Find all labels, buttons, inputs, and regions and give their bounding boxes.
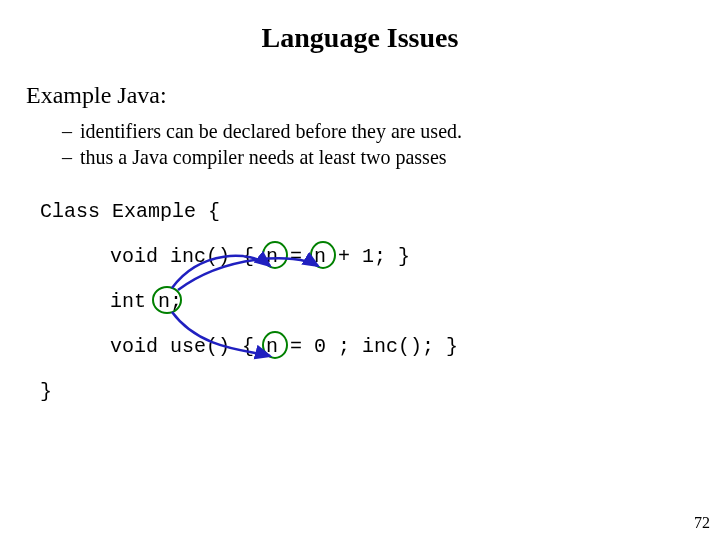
bullet-item: –thus a Java compiler needs at least two… — [62, 144, 462, 170]
code-line-decl: int n; — [110, 290, 182, 313]
code-line-class-close: } — [40, 380, 52, 403]
annotation-overlay — [0, 0, 720, 540]
bullet-text: identifiers can be declared before they … — [80, 120, 462, 142]
slide: Language Issues Example Java: –identifie… — [0, 0, 720, 540]
bullet-item: –identifiers can be declared before they… — [62, 118, 462, 144]
bullet-text: thus a Java compiler needs at least two … — [80, 146, 447, 168]
slide-title: Language Issues — [0, 22, 720, 54]
code-line-inc: void inc() { n = n + 1; } — [110, 245, 410, 268]
page-number: 72 — [694, 514, 710, 532]
example-heading: Example Java: — [26, 82, 167, 109]
bullet-list: –identifiers can be declared before they… — [62, 118, 462, 170]
code-line-class-open: Class Example { — [40, 200, 220, 223]
code-line-use: void use() { n = 0 ; inc(); } — [110, 335, 458, 358]
